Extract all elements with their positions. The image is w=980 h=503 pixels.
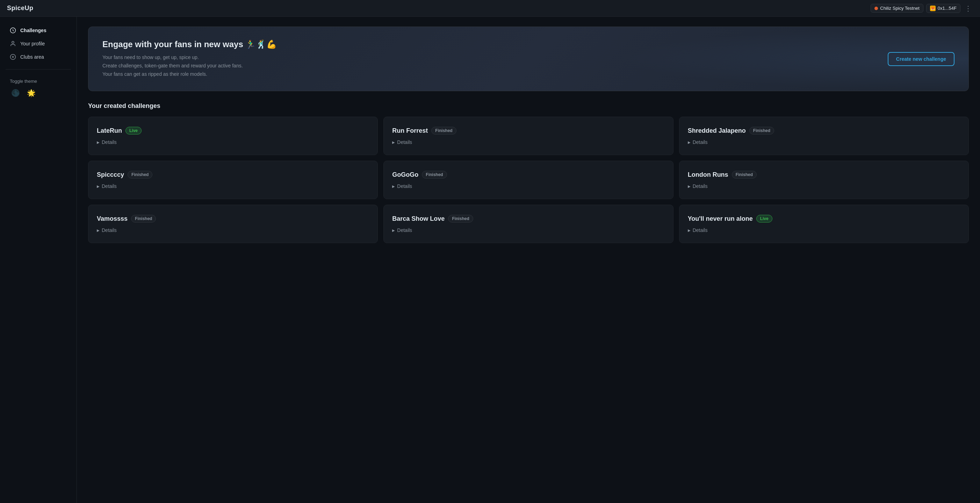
status-badge: Finished: [448, 215, 473, 222]
challenge-card-header: London Runs Finished: [688, 171, 960, 178]
hero-title: Engage with your fans in new ways 🏃‍♂️🕺💪: [102, 40, 874, 49]
clubs-icon: [10, 54, 16, 60]
details-arrow-icon: ▶: [392, 140, 395, 144]
more-options-icon[interactable]: ⋮: [963, 4, 973, 13]
toggle-theme-section: Toggle theme 🌑 🌟: [3, 75, 74, 102]
main-content: Engage with your fans in new ways 🏃‍♂️🕺💪…: [77, 17, 980, 503]
wallet-badge[interactable]: 🦊 0x1...54F: [926, 4, 961, 13]
network-label: Chiliz Spicy Testnet: [880, 6, 919, 11]
details-arrow-icon: ▶: [392, 184, 395, 188]
details-arrow-icon: ▶: [97, 140, 100, 144]
toggle-theme-label: Toggle theme: [10, 79, 67, 84]
status-badge: Finished: [127, 171, 153, 178]
challenge-card-header: GoGoGo Finished: [392, 171, 664, 178]
challenge-card[interactable]: Barca Show Love Finished ▶ Details: [383, 205, 673, 243]
trophy-icon: [10, 27, 16, 33]
network-dot-icon: [875, 6, 878, 10]
challenge-name: Spiccccy: [97, 171, 124, 178]
create-challenge-button[interactable]: Create new challenge: [888, 52, 955, 66]
details-label: Details: [693, 227, 708, 233]
challenge-card[interactable]: LateRun Live ▶ Details: [88, 117, 378, 155]
sidebar-item-clubs[interactable]: Clubs area: [3, 50, 74, 63]
details-label: Details: [102, 183, 117, 189]
status-badge: Live: [126, 127, 142, 135]
challenge-card[interactable]: You'll never run alone Live ▶ Details: [679, 205, 969, 243]
theme-toggles: 🌑 🌟: [10, 87, 67, 98]
challenge-card-header: Barca Show Love Finished: [392, 215, 664, 222]
hero-banner: Engage with your fans in new ways 🏃‍♂️🕺💪…: [88, 27, 969, 91]
details-label: Details: [397, 227, 412, 233]
layout: Challenges Your profile Clubs area To: [0, 17, 980, 503]
light-theme-button[interactable]: 🌟: [25, 87, 37, 98]
details-arrow-icon: ▶: [688, 140, 690, 144]
challenge-card-header: Spiccccy Finished: [97, 171, 369, 178]
sidebar-label-clubs: Clubs area: [20, 54, 44, 60]
status-badge: Finished: [749, 127, 774, 135]
challenge-card-header: Run Forrest Finished: [392, 127, 664, 135]
challenge-name: Barca Show Love: [392, 215, 445, 222]
sidebar-item-profile[interactable]: Your profile: [3, 37, 74, 50]
details-label: Details: [102, 227, 117, 233]
challenge-card[interactable]: Spiccccy Finished ▶ Details: [88, 161, 378, 199]
challenge-name: You'll never run alone: [688, 215, 753, 222]
details-label: Details: [397, 140, 412, 145]
sidebar-item-challenges[interactable]: Challenges: [3, 24, 74, 37]
challenge-name: Vamossss: [97, 215, 127, 222]
status-badge: Finished: [732, 171, 757, 178]
challenge-details[interactable]: ▶ Details: [688, 183, 960, 189]
wallet-address: 0x1...54F: [938, 6, 956, 11]
status-badge: Finished: [131, 215, 156, 222]
challenge-details[interactable]: ▶ Details: [392, 227, 664, 233]
topnav: SpiceUp Chiliz Spicy Testnet 🦊 0x1...54F…: [0, 0, 980, 17]
challenge-card-header: You'll never run alone Live: [688, 215, 960, 222]
sidebar-label-challenges: Challenges: [20, 28, 46, 33]
details-arrow-icon: ▶: [97, 184, 100, 188]
status-badge: Finished: [422, 171, 447, 178]
challenge-card-header: LateRun Live: [97, 127, 369, 135]
details-label: Details: [397, 183, 412, 189]
status-badge: Live: [756, 215, 772, 222]
network-badge[interactable]: Chiliz Spicy Testnet: [870, 4, 923, 13]
challenge-name: GoGoGo: [392, 171, 418, 178]
details-arrow-icon: ▶: [688, 184, 690, 188]
challenge-card-header: Vamossss Finished: [97, 215, 369, 222]
sidebar-label-profile: Your profile: [20, 41, 45, 46]
svg-point-1: [12, 41, 14, 43]
topnav-right: Chiliz Spicy Testnet 🦊 0x1...54F ⋮: [870, 4, 973, 13]
challenge-name: Run Forrest: [392, 127, 428, 135]
challenge-details[interactable]: ▶ Details: [688, 140, 960, 145]
challenges-grid: LateRun Live ▶ Details Run Forrest Finis…: [88, 117, 969, 243]
challenge-details[interactable]: ▶ Details: [392, 183, 664, 189]
challenge-name: London Runs: [688, 171, 729, 178]
details-arrow-icon: ▶: [97, 228, 100, 232]
person-icon: [10, 41, 16, 47]
challenge-card[interactable]: Shredded Jalapeno Finished ▶ Details: [679, 117, 969, 155]
challenge-card[interactable]: London Runs Finished ▶ Details: [679, 161, 969, 199]
challenges-section: Your created challenges LateRun Live ▶ D…: [88, 102, 969, 243]
challenge-details[interactable]: ▶ Details: [97, 227, 369, 233]
challenge-card[interactable]: GoGoGo Finished ▶ Details: [383, 161, 673, 199]
challenge-card[interactable]: Vamossss Finished ▶ Details: [88, 205, 378, 243]
hero-desc2: Create challenges, token-gate them and r…: [102, 62, 874, 70]
status-badge: Finished: [431, 127, 456, 135]
challenge-name: LateRun: [97, 127, 122, 135]
details-label: Details: [693, 140, 708, 145]
hero-desc3: Your fans can get as ripped as their rol…: [102, 70, 874, 79]
sidebar: Challenges Your profile Clubs area To: [0, 17, 77, 503]
challenge-card-header: Shredded Jalapeno Finished: [688, 127, 960, 135]
details-label: Details: [693, 183, 708, 189]
challenge-card[interactable]: Run Forrest Finished ▶ Details: [383, 117, 673, 155]
details-arrow-icon: ▶: [688, 228, 690, 232]
hero-desc1: Your fans need to show up, get up, spice…: [102, 54, 874, 62]
details-label: Details: [102, 140, 117, 145]
challenge-details[interactable]: ▶ Details: [97, 183, 369, 189]
hero-text: Engage with your fans in new ways 🏃‍♂️🕺💪…: [102, 40, 874, 78]
challenge-details[interactable]: ▶ Details: [392, 140, 664, 145]
section-title: Your created challenges: [88, 102, 969, 109]
sidebar-divider: [6, 69, 71, 70]
wallet-icon: 🦊: [930, 6, 935, 11]
challenge-details[interactable]: ▶ Details: [688, 227, 960, 233]
challenge-details[interactable]: ▶ Details: [97, 140, 369, 145]
dark-theme-button[interactable]: 🌑: [10, 87, 21, 98]
app-logo: SpiceUp: [7, 5, 33, 12]
